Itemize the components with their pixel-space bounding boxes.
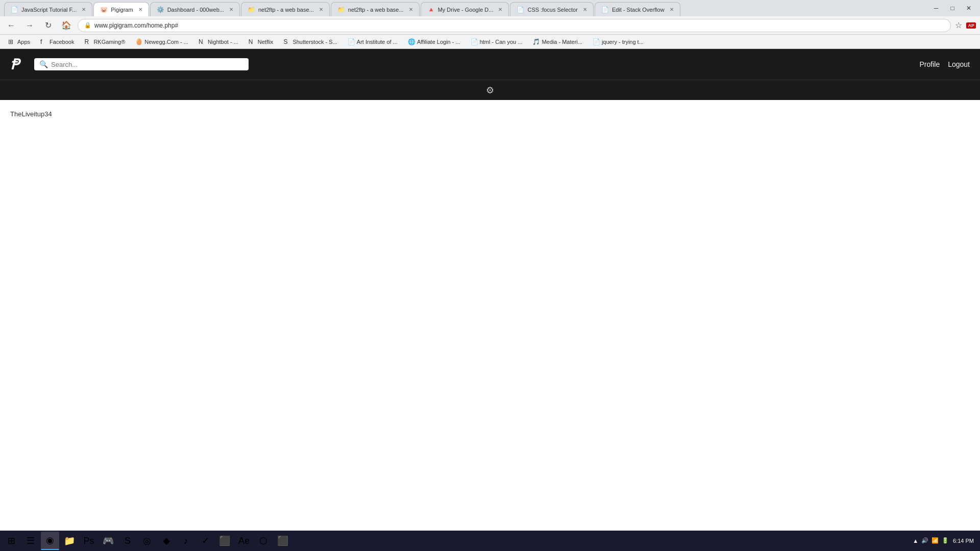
tab-label: Edit - Stack Overflow <box>612 7 665 13</box>
bookmark-item[interactable]: N Nightbot - ... <box>194 37 242 46</box>
nav-links: ProfileLogout <box>919 60 970 68</box>
browser-tab[interactable]: 🔺 My Drive - Google D... ✕ <box>421 2 509 16</box>
nav-profile[interactable]: Profile <box>919 60 940 68</box>
tab-bar: 📄 JavaScript Tutorial F... ✕ 🐷 Pigigram … <box>4 0 929 16</box>
search-container: 🔍 <box>34 58 249 70</box>
forward-button[interactable]: → <box>22 18 37 33</box>
bookmark-icon: 📄 <box>593 38 600 45</box>
taskbar-app-unknown4[interactable]: ◆ <box>157 532 176 550</box>
close-button[interactable]: ✕ <box>962 3 976 14</box>
tab-close-button[interactable]: ✕ <box>82 7 86 12</box>
battery-icon[interactable]: 🔋 <box>942 537 949 544</box>
taskbar-app-unknown5[interactable]: ✓ <box>196 532 214 550</box>
back-button[interactable]: ← <box>4 18 18 33</box>
bookmark-item[interactable]: f Facebook <box>36 37 78 46</box>
tab-label: Pigigram <box>111 7 133 13</box>
gear-icon[interactable]: ⚙ <box>486 85 494 96</box>
tab-close-button[interactable]: ✕ <box>138 7 142 12</box>
bookmark-item[interactable]: ⊞ Apps <box>4 37 34 46</box>
nav-logout[interactable]: Logout <box>948 60 970 68</box>
taskbar-app-unknown7[interactable]: Ae <box>235 532 253 550</box>
maximize-button[interactable]: □ <box>945 3 960 14</box>
tab-close-button[interactable]: ✕ <box>319 7 323 12</box>
taskbar-app-unknown3[interactable]: ◎ <box>138 532 156 550</box>
tab-close-button[interactable]: ✕ <box>498 7 502 12</box>
browser-tab[interactable]: ⚙️ Dashboard - 000web... ✕ <box>150 2 240 16</box>
address-bar-row: ← → ↻ 🏠 🔒 www.pigigram.com/home.php# ☆ A… <box>0 16 980 35</box>
tab-close-button[interactable]: ✕ <box>670 7 674 12</box>
window-controls: ─ □ ✕ <box>929 3 976 14</box>
bookmark-item[interactable]: 🌐 Affiliate Login - ... <box>404 37 464 46</box>
taskbar: ⊞☰◉📁Ps🎮S◎◆♪✓⬛Ae⬡⬛ ▲ 🔊 📶 🔋 6:14 PM <box>0 531 980 551</box>
bookmark-item[interactable]: 📄 html - Can you ... <box>467 37 527 46</box>
bookmark-label: jquery - trying t... <box>602 39 644 45</box>
tab-close-button[interactable]: ✕ <box>583 7 587 12</box>
bookmark-item[interactable]: 🎵 Media - Materi... <box>528 37 586 46</box>
taskbar-app-files[interactable]: 📁 <box>60 532 79 550</box>
browser-tab[interactable]: 📁 net2ftp - a web base... ✕ <box>331 2 420 16</box>
taskbar-app-photoshop[interactable]: Ps <box>80 532 98 550</box>
network-icon[interactable]: 📶 <box>932 537 939 544</box>
tab-favicon: 📁 <box>248 6 255 13</box>
lock-icon: 🔒 <box>84 22 91 29</box>
bookmark-icon: S <box>283 38 290 45</box>
feed-item: TheLiveitup34 <box>10 110 970 118</box>
tab-favicon: 📄 <box>11 6 18 13</box>
taskbar-app-spotify[interactable]: ♪ <box>177 532 195 550</box>
app-logo: Ᵽ <box>10 56 19 73</box>
bookmark-label: html - Can you ... <box>480 39 523 45</box>
browser-tab[interactable]: 📁 net2ftp - a web base... ✕ <box>241 2 330 16</box>
minimize-button[interactable]: ─ <box>929 3 943 14</box>
search-input[interactable] <box>51 61 243 68</box>
bookmark-item[interactable]: 📄 jquery - trying t... <box>589 37 648 46</box>
bookmark-label: Newegg.Com - ... <box>144 39 188 45</box>
bookmark-item[interactable]: N Netflix <box>244 37 278 46</box>
taskbar-time: 6:14 PM <box>953 537 974 544</box>
bookmark-icon: ⊞ <box>8 38 15 45</box>
bookmark-item[interactable]: S Shutterstock - S... <box>279 37 341 46</box>
bookmark-icon: 🎵 <box>532 38 540 45</box>
notification-chevron[interactable]: ▲ <box>913 538 918 544</box>
taskbar-app-unknown6[interactable]: ⬛ <box>215 532 234 550</box>
browser-tab[interactable]: 📄 JavaScript Tutorial F... ✕ <box>4 2 92 16</box>
tab-favicon: 📄 <box>601 6 609 13</box>
bookmark-item[interactable]: R RKGaming® <box>80 37 129 46</box>
volume-icon[interactable]: 🔊 <box>921 537 928 544</box>
taskbar-right: ▲ 🔊 📶 🔋 6:14 PM <box>913 537 978 544</box>
bookmark-star[interactable]: ☆ <box>955 20 962 30</box>
time-display: 6:14 PM <box>953 537 974 544</box>
bookmark-icon: N <box>199 38 206 45</box>
browser-tab[interactable]: 📄 CSS :focus Selector ✕ <box>510 2 593 16</box>
taskbar-app-unknown9[interactable]: ⬛ <box>274 532 292 550</box>
browser-window: 📄 JavaScript Tutorial F... ✕ 🐷 Pigigram … <box>0 0 980 133</box>
tab-favicon: 🐷 <box>100 6 108 13</box>
search-icon: 🔍 <box>39 60 48 68</box>
bookmark-label: Media - Materi... <box>542 39 582 45</box>
refresh-button[interactable]: ↻ <box>41 18 55 33</box>
taskbar-app-task-view[interactable]: ☰ <box>21 532 40 550</box>
url-display: www.pigigram.com/home.php# <box>94 22 178 29</box>
tab-close-button[interactable]: ✕ <box>229 7 233 12</box>
feed-area: TheLiveitup34 <box>0 100 980 133</box>
browser-tab[interactable]: 🐷 Pigigram ✕ <box>93 2 149 16</box>
notification-area: ▲ 🔊 📶 🔋 <box>913 537 949 544</box>
taskbar-app-unknown2[interactable]: S <box>118 532 137 550</box>
taskbar-app-unknown1[interactable]: 🎮 <box>99 532 117 550</box>
bookmark-icon: 📄 <box>348 38 355 45</box>
address-bar[interactable]: 🔒 www.pigigram.com/home.php# <box>78 19 951 32</box>
taskbar-app-chrome[interactable]: ◉ <box>41 532 59 550</box>
tab-label: net2ftp - a web base... <box>348 7 404 13</box>
bookmark-label: Apps <box>17 39 30 45</box>
bookmark-item[interactable]: 📄 Art Institute of ... <box>344 37 402 46</box>
tab-close-button[interactable]: ✕ <box>409 7 413 12</box>
bookmark-label: Shutterstock - S... <box>292 39 337 45</box>
taskbar-app-unknown8[interactable]: ⬡ <box>254 532 273 550</box>
browser-tab[interactable]: 📄 Edit - Stack Overflow ✕ <box>595 2 680 16</box>
bookmark-icon: 🌐 <box>408 38 415 45</box>
bookmark-item[interactable]: 🥚 Newegg.Com - ... <box>131 37 192 46</box>
rk-badge: AP <box>966 22 976 29</box>
home-button[interactable]: 🏠 <box>59 18 74 33</box>
bookmark-icon: N <box>249 38 256 45</box>
bookmark-label: Netflix <box>258 39 274 45</box>
taskbar-app-windows[interactable]: ⊞ <box>2 532 20 550</box>
